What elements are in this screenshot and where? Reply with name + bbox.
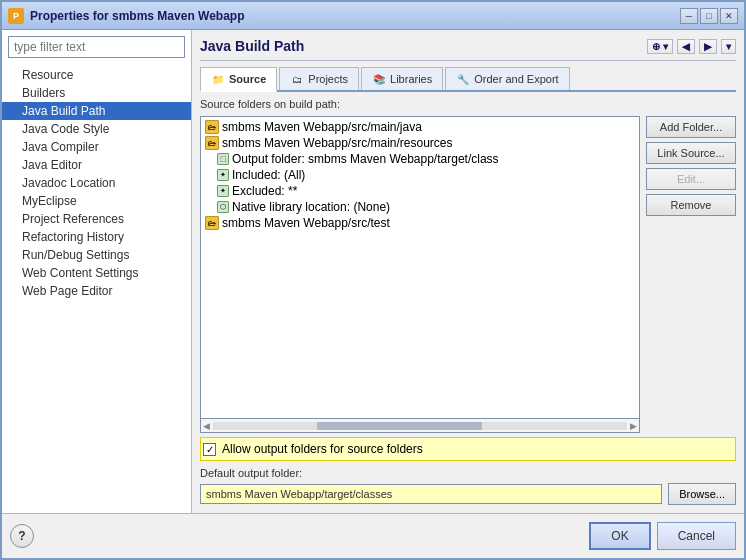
- source-tab-icon: 📁: [211, 72, 225, 86]
- title-bar: P Properties for smbms Maven Webapp ─ □ …: [2, 2, 744, 30]
- browse-button[interactable]: Browse...: [668, 483, 736, 505]
- tree-item-java-build-path[interactable]: Java Build Path: [2, 102, 191, 120]
- source-tree-item-2[interactable]: 🗁 smbms Maven Webapp/src/main/resources: [203, 135, 637, 151]
- tree-item-java-editor[interactable]: Java Editor: [2, 156, 191, 174]
- included-label: Included: (All): [232, 168, 305, 182]
- source-tree-item-native[interactable]: ⬡ Native library location: (None): [203, 199, 637, 215]
- tree-item-java-code-style[interactable]: Java Code Style: [2, 120, 191, 138]
- right-panel: Java Build Path ⊕ ▾ ◀ ▶ ▾ 📁 Source 🗂 Pro…: [192, 30, 744, 513]
- tree-item-javadoc-location[interactable]: Javadoc Location: [2, 174, 191, 192]
- panel-nav-buttons: ⊕ ▾ ◀ ▶ ▾: [647, 39, 736, 54]
- included-icon: ✦: [217, 169, 229, 181]
- output-folder-title: Default output folder:: [200, 467, 302, 479]
- tab-libraries[interactable]: 📚 Libraries: [361, 67, 443, 90]
- scroll-left-icon[interactable]: ◀: [201, 421, 212, 431]
- link-source-button[interactable]: Link Source...: [646, 142, 736, 164]
- left-tree: Resource Builders Java Build Path Java C…: [2, 64, 191, 513]
- projects-tab-label: Projects: [308, 73, 348, 85]
- source-description: Source folders on build path:: [200, 98, 736, 110]
- tree-item-resource[interactable]: Resource: [2, 66, 191, 84]
- source-path-2: smbms Maven Webapp/src/main/resources: [222, 136, 453, 150]
- folder-icon-2: 🗁: [205, 136, 219, 150]
- tree-item-web-page-editor[interactable]: Web Page Editor: [2, 282, 191, 300]
- source-tree-item-1[interactable]: 🗁 smbms Maven Webapp/src/main/java: [203, 119, 637, 135]
- libraries-tab-icon: 📚: [372, 72, 386, 86]
- help-button[interactable]: ?: [10, 524, 34, 548]
- title-bar-left: P Properties for smbms Maven Webapp: [8, 8, 245, 24]
- nav-forward-button[interactable]: ▶: [699, 39, 717, 54]
- main-content: Resource Builders Java Build Path Java C…: [2, 30, 744, 513]
- left-panel: Resource Builders Java Build Path Java C…: [2, 30, 192, 513]
- output-folder-row: Default output folder:: [200, 467, 736, 479]
- output-folder-input[interactable]: [200, 484, 662, 504]
- add-folder-button[interactable]: Add Folder...: [646, 116, 736, 138]
- folder-icon-3: 🗁: [205, 216, 219, 230]
- minimize-button[interactable]: ─: [680, 8, 698, 24]
- remove-button[interactable]: Remove: [646, 194, 736, 216]
- output-icon: ⬚: [217, 153, 229, 165]
- edit-button[interactable]: Edit...: [646, 168, 736, 190]
- source-tree-item-excluded[interactable]: ✦ Excluded: **: [203, 183, 637, 199]
- nav-add-button[interactable]: ⊕ ▾: [647, 39, 673, 54]
- bottom-options: ✓ Allow output folders for source folder…: [200, 437, 736, 505]
- tree-item-refactoring-history[interactable]: Refactoring History: [2, 228, 191, 246]
- tree-item-web-content[interactable]: Web Content Settings: [2, 264, 191, 282]
- tree-item-java-compiler[interactable]: Java Compiler: [2, 138, 191, 156]
- nav-menu-button[interactable]: ▾: [721, 39, 736, 54]
- allow-output-checkbox[interactable]: ✓: [203, 443, 216, 456]
- tree-item-myeclipse[interactable]: MyEclipse: [2, 192, 191, 210]
- panel-title-row: Java Build Path ⊕ ▾ ◀ ▶ ▾: [200, 38, 736, 61]
- panel-title-text: Java Build Path: [200, 38, 304, 54]
- maximize-button[interactable]: □: [700, 8, 718, 24]
- source-tree-item-test[interactable]: 🗁 smbms Maven Webapp/src/test: [203, 215, 637, 231]
- allow-output-folders-row[interactable]: ✓ Allow output folders for source folder…: [200, 437, 736, 461]
- output-folder-label: Output folder: smbms Maven Webapp/target…: [232, 152, 499, 166]
- order-tab-label: Order and Export: [474, 73, 558, 85]
- tree-item-run-debug[interactable]: Run/Debug Settings: [2, 246, 191, 264]
- tab-source[interactable]: 📁 Source: [200, 67, 277, 92]
- order-tab-icon: 🔧: [456, 72, 470, 86]
- excluded-label: Excluded: **: [232, 184, 297, 198]
- source-path-3: smbms Maven Webapp/src/test: [222, 216, 390, 230]
- scroll-right-icon[interactable]: ▶: [628, 421, 639, 431]
- output-input-row: Browse...: [200, 483, 736, 505]
- folder-icon-1: 🗁: [205, 120, 219, 134]
- dialog-buttons: OK Cancel: [589, 522, 736, 550]
- cancel-button[interactable]: Cancel: [657, 522, 736, 550]
- properties-dialog: P Properties for smbms Maven Webapp ─ □ …: [0, 0, 746, 560]
- close-button[interactable]: ✕: [720, 8, 738, 24]
- source-tab-label: Source: [229, 73, 266, 85]
- window-icon: P: [8, 8, 24, 24]
- title-buttons: ─ □ ✕: [680, 8, 738, 24]
- source-tree-item-included[interactable]: ✦ Included: (All): [203, 167, 637, 183]
- tree-item-builders[interactable]: Builders: [2, 84, 191, 102]
- tab-projects[interactable]: 🗂 Projects: [279, 67, 359, 90]
- excluded-icon: ✦: [217, 185, 229, 197]
- source-tree-area[interactable]: 🗁 smbms Maven Webapp/src/main/java 🗁 smb…: [200, 116, 640, 419]
- libraries-tab-label: Libraries: [390, 73, 432, 85]
- source-action-buttons: Add Folder... Link Source... Edit... Rem…: [646, 116, 736, 433]
- allow-output-label: Allow output folders for source folders: [222, 442, 423, 456]
- projects-tab-icon: 🗂: [290, 72, 304, 86]
- source-path-1: smbms Maven Webapp/src/main/java: [222, 120, 422, 134]
- nav-back-button[interactable]: ◀: [677, 39, 695, 54]
- tabs-row: 📁 Source 🗂 Projects 📚 Libraries 🔧 Order …: [200, 67, 736, 92]
- horizontal-scrollbar-thumb[interactable]: [317, 422, 483, 430]
- tab-order-export[interactable]: 🔧 Order and Export: [445, 67, 569, 90]
- tree-item-project-references[interactable]: Project References: [2, 210, 191, 228]
- native-icon: ⬡: [217, 201, 229, 213]
- source-tree-item-output[interactable]: ⬚ Output folder: smbms Maven Webapp/targ…: [203, 151, 637, 167]
- ok-button[interactable]: OK: [589, 522, 650, 550]
- window-title: Properties for smbms Maven Webapp: [30, 9, 245, 23]
- content-area: 🗁 smbms Maven Webapp/src/main/java 🗁 smb…: [200, 116, 736, 433]
- native-label: Native library location: (None): [232, 200, 390, 214]
- filter-input[interactable]: [8, 36, 185, 58]
- bottom-bar: ? OK Cancel: [2, 513, 744, 558]
